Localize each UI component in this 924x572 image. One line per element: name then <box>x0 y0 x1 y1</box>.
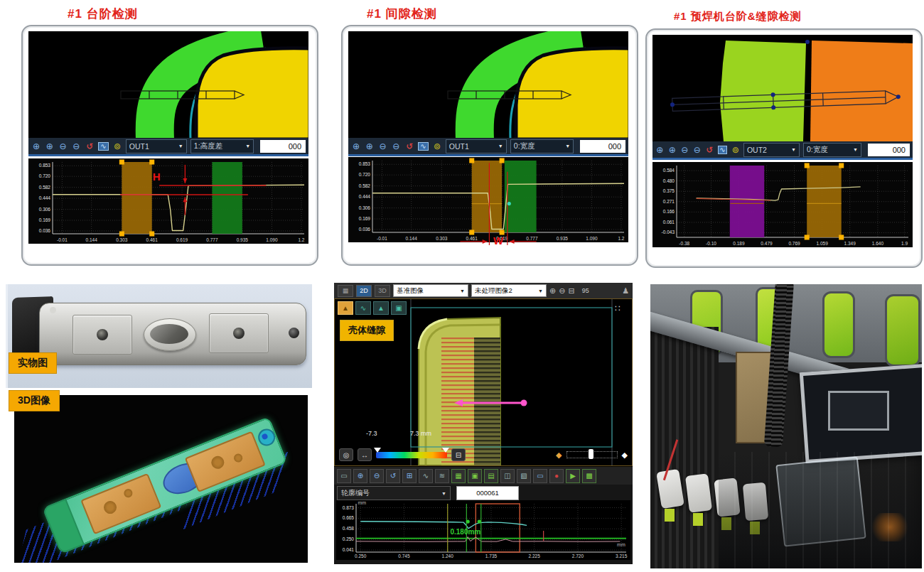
output-icon[interactable]: ⊚ <box>731 146 740 154</box>
output-icon[interactable]: ⊚ <box>112 142 122 151</box>
terminal-hole <box>233 328 245 339</box>
waveform-icon[interactable]: ∿ <box>98 142 109 151</box>
out-select[interactable]: OUT1 ▼ <box>126 139 187 153</box>
zoom-in-icon[interactable]: ⊕ <box>45 142 55 151</box>
view-zoom-out-icon[interactable]: ⊖ <box>559 286 565 296</box>
roi-alt-icon[interactable]: ▤ <box>484 469 498 483</box>
zoom-fit-icon[interactable]: ⊖ <box>693 146 702 154</box>
svg-text:0.444: 0.444 <box>39 195 51 200</box>
svg-text:0.250: 0.250 <box>355 554 367 558</box>
waveform-icon[interactable]: ∿ <box>718 146 728 154</box>
box-measure-icon[interactable]: ◫ <box>500 469 515 483</box>
reset-icon[interactable]: ↺ <box>705 146 714 154</box>
roi-icon[interactable]: ▣ <box>468 469 482 483</box>
panel1-title: #1 台阶检测 <box>68 6 138 22</box>
box-alt-icon[interactable]: ▧ <box>517 469 531 483</box>
zoom-fit-icon[interactable]: ⊖ <box>391 142 401 151</box>
white-diamond-icon[interactable]: ◆ <box>622 450 628 460</box>
target-icon[interactable]: ◎ <box>339 448 353 461</box>
svg-text:0.777: 0.777 <box>206 237 218 242</box>
svg-text:0.935: 0.935 <box>237 237 249 242</box>
measure-select[interactable]: 0:宽度 ▼ <box>803 143 861 157</box>
value-field[interactable]: 000 <box>260 140 306 153</box>
profile-mode-icon[interactable]: ∿ <box>355 301 371 315</box>
svg-text:-0.043: -0.043 <box>662 230 675 234</box>
tool-mode-icon[interactable]: ▣ <box>391 301 407 315</box>
zoom-area-icon[interactable]: ⊕ <box>31 142 41 151</box>
height-image-icon[interactable]: ▲ <box>338 301 353 315</box>
scanner-application-window: ▦ 2D 3D 基准图像 ▼ 未处理图像2 ▼ ⊕ ⊖ ⊟ 95 ♟ <box>334 283 633 564</box>
step-profile-chart: -0.010.1440.3030.4610.6190.7770.9351.090… <box>28 158 308 249</box>
svg-text:-0.01: -0.01 <box>57 237 68 242</box>
value-field[interactable]: 000 <box>580 140 625 153</box>
profile-line-icon[interactable]: ∿ <box>419 469 433 483</box>
colorbar-handle[interactable] <box>374 448 381 453</box>
green-sticker <box>665 509 675 522</box>
panel3-title: #1 预焊机台阶&缝隙检测 <box>674 10 802 23</box>
profile-number-field[interactable]: 000061 <box>456 486 519 500</box>
rotate-icon[interactable]: ↺ <box>386 469 400 483</box>
svg-text:3.215: 3.215 <box>616 554 628 558</box>
measure-select[interactable]: 1:高度差 ▼ <box>190 139 254 153</box>
profile-number-select[interactable]: 轮廓编号 ▼ <box>337 486 451 500</box>
scale-min-label: -7.3 <box>366 430 377 437</box>
tab-grid[interactable]: ▦ <box>338 285 353 297</box>
rect-select-icon[interactable]: ▭ <box>533 469 547 483</box>
zoom-out-icon[interactable]: ⊖ <box>680 146 689 154</box>
display-mode-icons: ▲ ∿ ▲ ▣ <box>338 301 407 315</box>
pan-icon[interactable]: ⊞ <box>402 469 417 483</box>
collapse-icon[interactable]: ⊟ <box>451 448 466 461</box>
svg-text:0.461: 0.461 <box>466 236 478 241</box>
range-icon[interactable]: ↔ <box>358 448 372 461</box>
zoom-out-icon[interactable]: ⊖ <box>58 142 68 151</box>
tab-3d[interactable]: 3D <box>375 285 390 297</box>
height-colorbar[interactable] <box>376 452 447 458</box>
svg-text:0.479: 0.479 <box>761 241 773 246</box>
real-photo-label: 实物图 <box>9 352 57 374</box>
screen-icon[interactable]: ▩ <box>582 469 596 483</box>
svg-text:0.189: 0.189 <box>733 241 745 246</box>
panel2-title: #1 间隙检测 <box>367 6 437 22</box>
processed-image-select[interactable]: 未处理图像2 ▼ <box>471 284 547 297</box>
tab-2d[interactable]: 2D <box>356 285 372 297</box>
colorbar-handle[interactable] <box>442 448 449 453</box>
svg-text:mm: mm <box>617 542 625 547</box>
zoom-area-icon[interactable]: ⊕ <box>351 142 361 151</box>
svg-text:0.720: 0.720 <box>359 172 371 177</box>
measure-toolbar: ▭ ⊕ ⊖ ↺ ⊞ ∿ ≋ ▦ ▣ ▤ ◫ ▧ ▭ ● ▶ ▩ <box>334 466 633 485</box>
reset-icon[interactable]: ↺ <box>85 142 95 151</box>
color-diamond-icon[interactable]: ◆ <box>556 450 562 460</box>
slider-handle[interactable] <box>589 449 593 459</box>
output-icon[interactable]: ⊚ <box>432 142 442 151</box>
record-icon[interactable]: ● <box>549 469 564 483</box>
reference-image-select[interactable]: 基准图像 ▼ <box>393 284 468 297</box>
zoom-in-icon[interactable]: ⊕ <box>353 469 367 483</box>
fullscreen-icon[interactable]: ∷ <box>615 303 621 313</box>
waveform-icon[interactable]: ∿ <box>418 142 429 151</box>
zoom-fit-icon[interactable]: ⊖ <box>71 142 81 151</box>
user-icon[interactable]: ♟ <box>622 286 629 296</box>
zoom-in-icon[interactable]: ⊕ <box>365 142 375 151</box>
out-select[interactable]: OUT2 ▼ <box>743 143 800 157</box>
grid-icon[interactable]: ▦ <box>451 469 466 483</box>
measure-select[interactable]: 0:宽度 ▼ <box>510 139 574 153</box>
profile-multi-icon[interactable]: ≋ <box>435 469 449 483</box>
zoom-out-icon[interactable]: ⊖ <box>370 469 384 483</box>
scanner-topbar: ▦ 2D 3D 基准图像 ▼ 未处理图像2 ▼ ⊕ ⊖ ⊟ 95 ♟ <box>334 283 633 298</box>
reset-icon[interactable]: ↺ <box>404 142 414 151</box>
zoom-in-icon[interactable]: ⊕ <box>668 146 677 154</box>
svg-text:0.375: 0.375 <box>663 188 675 193</box>
texture-mode-icon[interactable]: ▲ <box>373 301 389 315</box>
pointer-icon[interactable]: ▭ <box>337 469 351 483</box>
view-zoom-in-icon[interactable]: ⊕ <box>549 286 556 296</box>
out-select[interactable]: OUT1 ▼ <box>446 139 507 153</box>
opacity-slider[interactable] <box>566 451 618 458</box>
out-select-value: OUT2 <box>747 146 767 154</box>
terminal-pad <box>209 313 269 353</box>
zoom-area-icon[interactable]: ⊕ <box>655 146 665 154</box>
gap-profile-chart: -0.010.1440.3030.4610.6190.7770.9351.090… <box>348 157 628 264</box>
zoom-out-icon[interactable]: ⊖ <box>378 142 388 151</box>
view-fit-icon[interactable]: ⊟ <box>568 286 574 296</box>
value-field[interactable]: 000 <box>868 144 910 156</box>
export-icon[interactable]: ▶ <box>566 469 580 483</box>
